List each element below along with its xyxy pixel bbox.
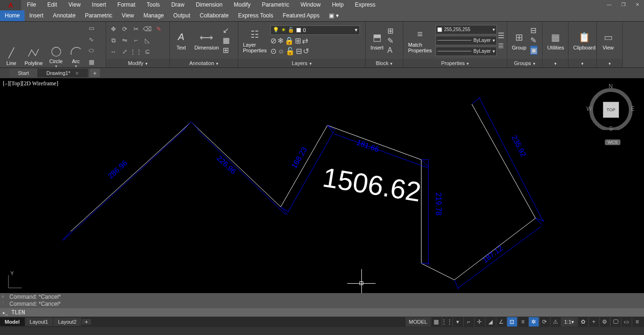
layer-prev-icon[interactable]: ↺ — [303, 47, 309, 56]
chamfer-icon[interactable]: ◺ — [142, 35, 152, 46]
gear-icon[interactable]: ✿ — [577, 317, 588, 327]
group-button[interactable]: ⊞Group — [509, 30, 529, 51]
cmd-close-icon[interactable]: ✕ — [1, 294, 5, 299]
annoscale-button[interactable]: 1:1 ▾ — [561, 317, 577, 327]
ribbon-tab-annotate[interactable]: Annotate — [48, 10, 80, 21]
move-icon[interactable]: ✥ — [108, 24, 118, 34]
rectangle-icon[interactable]: ▭ — [86, 23, 97, 33]
circle-button[interactable]: ◯Circle▾ — [47, 43, 66, 69]
insert-block-button[interactable]: ⬒Insert — [368, 30, 386, 51]
menu-help[interactable]: Help — [326, 0, 350, 10]
offset-icon[interactable]: ⊆ — [142, 47, 152, 57]
ribbon-tab-collaborate[interactable]: Collaborate — [195, 10, 233, 21]
ribbon-tab-parametric[interactable]: Parametric — [80, 10, 117, 21]
ortho-drop-icon[interactable]: ▾ — [452, 317, 463, 327]
wcs-badge[interactable]: WCS — [605, 139, 620, 145]
trim-icon[interactable]: ✂ — [131, 24, 141, 34]
leader-icon[interactable]: ↙ — [223, 26, 230, 35]
fillet-icon[interactable]: ⌐ — [131, 35, 141, 46]
layer-off-icon[interactable]: ⊘ — [270, 36, 276, 45]
utilities-button[interactable]: ▦Utilities — [544, 30, 567, 51]
drawing-area[interactable]: [–][Top][2D Wireframe] 1506.62 286.96 22… — [0, 78, 644, 293]
transparency-icon[interactable]: ✲ — [528, 317, 539, 327]
table-icon[interactable]: ▦ — [223, 36, 230, 45]
menu-view[interactable]: View — [63, 0, 86, 10]
copy-icon[interactable]: ⧉ — [108, 35, 118, 46]
layer-freeze-icon[interactable]: ❄ — [277, 36, 284, 45]
annomon-icon[interactable]: ⚠ — [550, 317, 560, 327]
prop-list-icon[interactable]: ≣ — [498, 41, 504, 50]
polar-icon[interactable]: ✛ — [474, 317, 485, 327]
restore-button[interactable]: ❐ — [617, 0, 630, 8]
otrack-icon[interactable]: ∠ — [496, 317, 506, 327]
grid-icon[interactable]: ▦ — [431, 317, 441, 327]
menu-modify[interactable]: Modify — [228, 0, 256, 10]
command-line[interactable]: ▸_ — [0, 308, 644, 317]
arc-button[interactable]: Arc▾ — [67, 43, 85, 69]
customize-icon[interactable]: ≡ — [632, 317, 642, 327]
menu-edit[interactable]: Edit — [42, 0, 63, 10]
workspace-icon[interactable]: ⚙ — [599, 317, 610, 327]
ribbon-tab-manage[interactable]: Manage — [139, 10, 168, 21]
stretch-icon[interactable]: ↔ — [108, 47, 118, 57]
app-icon[interactable]: A — [0, 0, 21, 10]
menu-express[interactable]: Express — [349, 0, 381, 10]
hardware-icon[interactable]: 🖵 — [610, 317, 620, 327]
add-layout-button[interactable]: + — [82, 319, 91, 325]
dimension-button[interactable]: ⟷Dimension — [192, 30, 222, 51]
group-edit-icon[interactable]: ✎ — [530, 36, 537, 45]
match-properties-button[interactable]: ≡Match Properties — [405, 27, 435, 54]
menu-dimension[interactable]: Dimension — [190, 0, 228, 10]
layer-iso-icon[interactable]: ⊞ — [295, 36, 301, 45]
menu-window[interactable]: Window — [295, 0, 326, 10]
ribbon-tab-view[interactable]: View — [117, 10, 139, 21]
add-tab-button[interactable]: + — [90, 69, 100, 77]
lweight-icon[interactable]: ≡ — [518, 317, 528, 327]
model-space-button[interactable]: MODEL — [406, 317, 430, 327]
rotate-icon[interactable]: ⟳ — [119, 24, 130, 34]
lineweight-combo[interactable]: ByLayer▾ — [435, 47, 497, 56]
ribbon-tab-insert[interactable]: Insert — [25, 10, 48, 21]
cmd-handle-icon[interactable]: ⋮ — [1, 300, 5, 305]
viewcube[interactable]: N S W E TOP WCS — [587, 83, 635, 139]
menu-draw[interactable]: Draw — [166, 0, 190, 10]
color-combo[interactable]: 255,255,255▾ — [435, 25, 497, 34]
ortho-icon[interactable]: ⌐ — [463, 317, 474, 327]
line-button[interactable]: ╱Line — [2, 45, 21, 67]
layout-tab-layout1[interactable]: Layout1 — [25, 318, 53, 326]
ribbon-tab-output[interactable]: Output — [168, 10, 195, 21]
cycling-icon[interactable]: ⟳ — [539, 317, 550, 327]
close-button[interactable]: ✕ — [631, 0, 644, 8]
ellipse-icon[interactable]: ⬭ — [86, 45, 97, 56]
layer-thaw-icon[interactable]: ☼ — [277, 47, 284, 55]
explode-icon[interactable]: ✎ — [153, 24, 164, 34]
layer-on-icon[interactable]: ⊙ — [270, 47, 276, 56]
file-tab-drawing1[interactable]: Drawing1*✕ — [38, 69, 88, 77]
ribbon-tab-home[interactable]: Home — [0, 10, 25, 21]
layer-properties-button[interactable]: ☷Layer Properties — [240, 27, 269, 54]
ungroup-icon[interactable]: ⊟ — [530, 26, 537, 35]
iso-icon[interactable]: ◢ — [485, 317, 495, 327]
menu-insert[interactable]: Insert — [86, 0, 112, 10]
spline-icon[interactable]: ∿ — [86, 34, 97, 44]
annoscale-add-icon[interactable]: + — [588, 317, 599, 327]
layer-lock-icon[interactable]: 🔒 — [284, 36, 294, 45]
edit-block-icon[interactable]: ✎ — [387, 36, 393, 45]
layer-combo[interactable]: 💡 ☀ 🔓 0 ▾ — [270, 25, 360, 35]
menu-format[interactable]: Format — [112, 0, 141, 10]
linetype-combo[interactable]: ByLayer▾ — [435, 36, 497, 45]
field-icon[interactable]: ⊞ — [223, 46, 230, 55]
layer-match-icon[interactable]: ⇄ — [302, 36, 308, 45]
array-icon[interactable]: ⋮⋮ — [131, 47, 141, 57]
scale-icon[interactable]: ⤢ — [119, 47, 130, 57]
ribbon-more-icon[interactable]: ▣ ▾ — [324, 10, 343, 21]
close-tab-icon[interactable]: ✕ — [75, 71, 79, 76]
clean-icon[interactable]: ▭ — [621, 317, 631, 327]
layout-tab-layout2[interactable]: Layout2 — [53, 318, 82, 326]
mirror-icon[interactable]: ⇋ — [119, 35, 130, 46]
layout-tab-model[interactable]: Model — [0, 318, 25, 326]
minimize-button[interactable]: — — [602, 0, 616, 8]
ribbon-tab-featured-apps[interactable]: Featured Apps — [278, 10, 324, 21]
command-input[interactable] — [11, 309, 642, 316]
polyline-button[interactable]: Polyline — [22, 45, 46, 67]
